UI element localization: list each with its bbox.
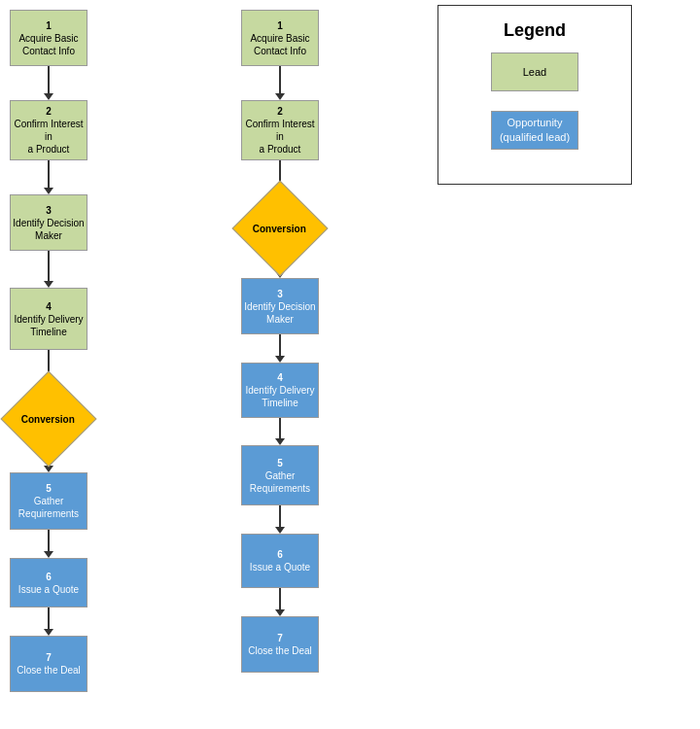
- svg-marker-11: [44, 551, 53, 558]
- svg-marker-1: [44, 93, 53, 100]
- svg-marker-25: [275, 527, 285, 534]
- flow1-node2: 2Confirm Interest ina Product: [10, 100, 88, 160]
- flow1-node1: 1Acquire BasicContact Info: [10, 10, 88, 66]
- flow1-node7: 7Close the Deal: [10, 636, 88, 692]
- flow2-node3: 3Identify DecisionMaker: [241, 278, 319, 334]
- flow1-node5: 5GatherRequirements: [10, 472, 88, 530]
- svg-marker-27: [275, 609, 285, 616]
- legend-opportunity-item: Opportunity (qualified lead): [491, 111, 578, 150]
- svg-marker-21: [275, 356, 285, 363]
- flow2-node2: 2Confirm Interest ina Product: [241, 100, 319, 160]
- flow2-conversion: Conversion: [232, 181, 329, 277]
- svg-marker-15: [275, 93, 285, 100]
- flow2-node4: 4Identify DeliveryTimeline: [241, 363, 319, 418]
- flow2-node6: 6Issue a Quote: [241, 534, 319, 588]
- svg-marker-13: [44, 629, 53, 636]
- diagram-container: 1Acquire BasicContact Info 2Confirm Inte…: [0, 0, 700, 729]
- legend-lead-item: Lead: [491, 52, 578, 91]
- svg-marker-5: [44, 281, 53, 288]
- flow1-node3: 3Identify DecisionMaker: [10, 194, 88, 251]
- flow2-node1: 1Acquire BasicContact Info: [241, 10, 319, 66]
- flow1-conversion: Conversion: [1, 371, 97, 468]
- flow2-node7: 7Close the Deal: [241, 616, 319, 673]
- svg-marker-23: [275, 438, 285, 445]
- flow2-node5: 5GatherRequirements: [241, 445, 319, 505]
- flow1-node4: 4Identify DeliveryTimeline: [10, 288, 88, 350]
- legend: Legend Lead Opportunity (qualified lead): [438, 5, 632, 185]
- legend-title: Legend: [458, 20, 612, 41]
- flow1-node6: 6Issue a Quote: [10, 558, 88, 608]
- svg-marker-3: [44, 188, 53, 194]
